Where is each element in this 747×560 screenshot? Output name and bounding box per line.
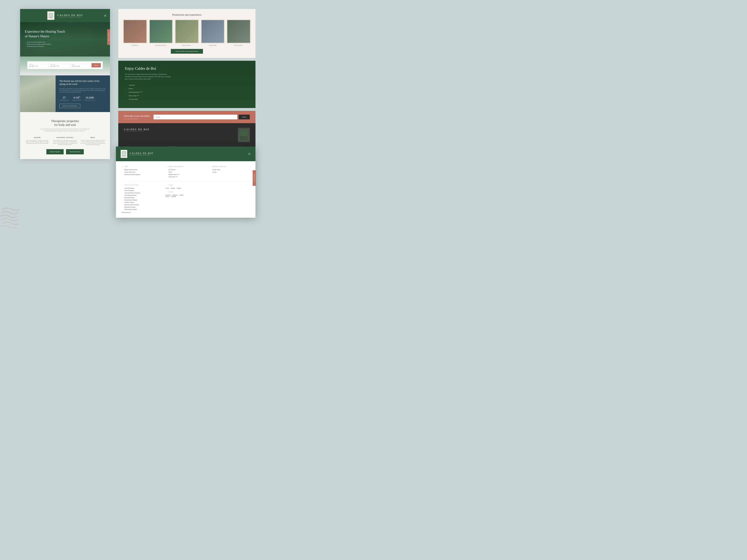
stat-years-number: 16.000 <box>84 96 95 100</box>
modal-nav-boi-valley[interactable]: The Boí Valley <box>210 169 250 170</box>
modal-linkedin[interactable]: LinkedIn <box>171 196 176 197</box>
therapeutic-heading: Therapeutic properties for body and soul <box>25 119 105 127</box>
hotel-field[interactable]: Hotel <box>72 64 90 67</box>
lang-catala[interactable]: Català <box>165 187 169 189</box>
spa-image <box>20 75 56 112</box>
checkin-input[interactable] <box>29 65 48 67</box>
modal-header: CALDES DE BOÍ BALNEARI THERMAL RESORT ✕ <box>116 146 255 161</box>
main-website: CALDES DE BOÍ BALNEARI THERMAL RESORT ≋ … <box>20 9 110 159</box>
modal-nav-col1-heading: Home <box>122 166 162 167</box>
modal-intensive-psoriasis[interactable]: Intensive Psoriasis Program <box>122 204 162 206</box>
thermal-services-button[interactable]: Thermal Services <box>66 149 84 154</box>
promo-card-relaxing[interactable]: Relaxing Day <box>123 19 147 46</box>
modal-nav-caldes-waters[interactable]: Caldes de Boí waters <box>122 171 162 173</box>
promo-card-wellness[interactable]: Wellness Gastrono... <box>175 19 199 46</box>
modal-respiratory[interactable]: Respiratory Program <box>122 206 162 208</box>
enjoy-title: Enjoy Caldes de Boí <box>125 66 249 71</box>
modal-anti-pain[interactable]: Anti Pain Program <box>122 187 162 189</box>
newsletter-text: Subscribe to our newsletter News, offers… <box>124 115 150 119</box>
promo-card-thermal[interactable]: Thermal plus Gastrono... <box>149 19 173 46</box>
modal-anti-smoking[interactable]: Anti-smoking Program <box>122 194 162 196</box>
search-button[interactable]: Search <box>92 63 101 68</box>
modal-slimming[interactable]: Slimming Program <box>122 197 162 198</box>
promo-cards: Relaxing Day Thermal plus Gastrono... We… <box>123 19 251 46</box>
newsletter-form: Send it <box>154 115 250 119</box>
footer-stamp <box>238 128 250 142</box>
svg-rect-8 <box>123 155 125 156</box>
modal-book-now-tab[interactable]: Book Now <box>253 170 256 186</box>
promo-card-adventure[interactable]: 3 Days Adventure... <box>227 19 251 46</box>
modal-rheumatology[interactable]: Rheumatology Program <box>122 209 162 210</box>
promo-label-wellness: Wellness Gastrono... <box>175 45 199 46</box>
stat-temp: 4-56º temperature centigrade <box>72 96 81 101</box>
enjoy-nav-boi-valley[interactable]: The Boí Valley <box>125 98 249 100</box>
enjoy-nav-events[interactable]: Events <box>125 88 249 89</box>
stat-springs: 37 hot springs thermal water <box>59 96 69 101</box>
enjoy-panel: Enjoy Caldes de Boí The Vall de Boí is a… <box>118 61 255 108</box>
modal-nav-caldas-hotel[interactable]: Caldas Hotel *** <box>165 176 206 178</box>
modal-panel: CALDES DE BOÍ BALNEARI THERMAL RESORT ✕ … <box>116 146 255 218</box>
property-mud: MUD The muds of Caldes de Boí are made i… <box>80 137 105 145</box>
discover-thermal-button[interactable]: Discover our thermal waters <box>59 104 80 108</box>
enjoy-description: The Vall de Boí is a unique valley known… <box>125 73 172 80</box>
modal-health-programs-list: Anti Pain Program Arthrosis Program Ayur… <box>122 187 162 210</box>
enjoy-nav-hotel-manantial[interactable]: Hotel Manantial **** <box>125 91 249 93</box>
site-title-block: CALDES DE BOÍ BALNEARI THERMAL RESORT <box>57 14 83 18</box>
modal-twitter[interactable]: Twitter <box>165 196 170 197</box>
see-all-button[interactable]: See all offers and experiences <box>171 49 203 54</box>
modal-nav-health-programs[interactable]: Health and wellness Programs <box>122 174 162 175</box>
svg-rect-2 <box>50 16 52 18</box>
promo-card-family[interactable]: Family Holiday <box>201 19 225 46</box>
modal-nav-manantial[interactable]: Manantial Hotel **** <box>165 174 206 175</box>
modal-nav-gift-vouchers[interactable]: Gift Vouchers <box>165 169 206 170</box>
promotions-title: Promotions and experiences <box>123 13 251 16</box>
hero-heading: Experience the Healing Touch of Nature's… <box>25 29 105 38</box>
health-programs-button[interactable]: Health Programs <box>46 149 63 154</box>
enjoy-nav-hotel-caldes[interactable]: Hotel Caldes *** <box>125 95 249 97</box>
promo-stamp-inner-wellness <box>176 20 198 43</box>
modal-nav-balneari[interactable]: Balneari Thermal Resort <box>122 169 162 170</box>
search-divider-1 <box>49 63 49 68</box>
hero-bullet-3: Exceptional natural environment <box>25 46 105 47</box>
newsletter-email-input[interactable] <box>154 115 237 119</box>
checkin-field[interactable]: Check-in <box>29 64 48 67</box>
promo-stamp-family <box>201 19 225 44</box>
modal-nav-hotels[interactable]: Hotels <box>165 171 206 173</box>
modal-thermal-services-link[interactable]: Thermal Services <box>122 212 162 213</box>
modal-close-button[interactable]: ✕ <box>248 152 251 156</box>
svg-rect-7 <box>123 152 125 154</box>
modal-dermatological[interactable]: Dermatological Program <box>122 199 162 201</box>
modal-youtube[interactable]: Youtube <box>179 194 184 196</box>
stoves-title: NATURAL STOVES <box>52 137 77 138</box>
enjoy-nav-activities[interactable]: Activities <box>125 84 249 86</box>
lang-english[interactable]: English <box>177 187 181 189</box>
modal-arthrosis[interactable]: Arthrosis Program <box>122 190 162 191</box>
site-subtitle: BALNEARI THERMAL RESORT <box>57 17 83 18</box>
decorative-waves-icon <box>0 205 19 233</box>
stats-row: 37 hot springs thermal water 4-56º tempe… <box>59 96 106 101</box>
promo-stamp-wellness <box>175 19 199 44</box>
modal-aesthetic[interactable]: Aesthetic Program <box>122 202 162 203</box>
promo-stamp-inner-family <box>202 20 224 43</box>
hotel-input[interactable] <box>72 65 90 67</box>
newsletter-send-button[interactable]: Send it <box>239 115 250 119</box>
hero-section: Experience the Healing Touch of Nature's… <box>20 22 110 56</box>
footer-logo-area: CALDES DE BOÍ BALNEARI THERMAL RESORT <box>124 128 238 132</box>
modal-title: CALDES DE BOÍ <box>130 152 153 155</box>
hero-bullet-2: Health, beauty and wellness unique treat… <box>25 44 105 45</box>
modal-ayurveda[interactable]: Ayurveda Arthrosis Treatment <box>122 192 162 194</box>
modal-nav-contact[interactable]: Contact <box>210 171 250 173</box>
modal-nav-col-1: Home Balneari Thermal Resort Caldes de B… <box>122 166 162 179</box>
property-water: WATER Due to its therapeutic effect, it … <box>25 137 50 145</box>
modal-health-programs-heading: Health and wellness Programs <box>122 184 162 186</box>
book-now-tab[interactable]: Book Now <box>107 29 110 45</box>
spa-content: The thermal spa with the most variety of… <box>56 75 110 112</box>
lang-espanol[interactable]: Español <box>171 187 175 189</box>
cta-buttons: Health Programs Thermal Services <box>25 149 105 154</box>
stoves-text: They are natural caves, in an atmosphere… <box>52 140 77 145</box>
checkout-input[interactable] <box>51 65 69 67</box>
therapeutic-section: Therapeutic properties for body and soul… <box>20 112 110 159</box>
promo-label-relaxing: Relaxing Day <box>123 45 147 46</box>
mud-text: The muds of Caldes de Boí are made in th… <box>80 140 105 145</box>
checkout-field[interactable]: Check-out <box>51 64 69 67</box>
